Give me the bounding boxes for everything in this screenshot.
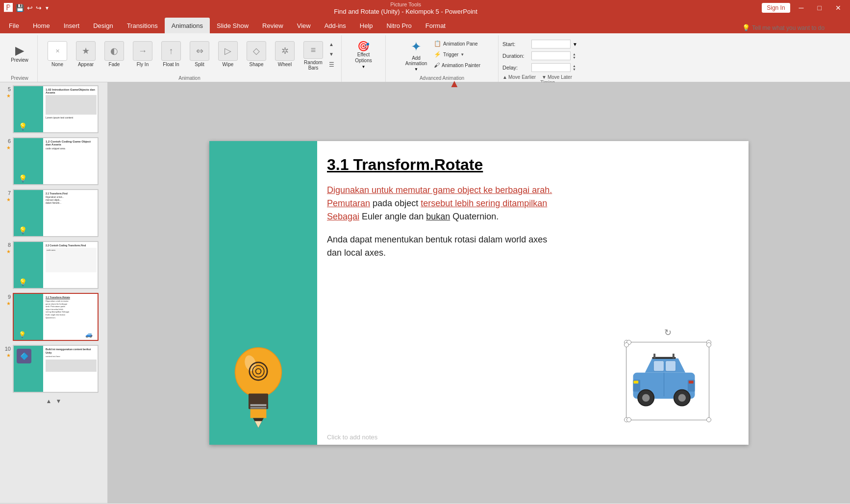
slide-7-content: 2.1 Transform.Find Digunakan untuk... me… <box>14 190 98 236</box>
anim-fly-in[interactable]: → Fly In <box>129 39 156 72</box>
slide-thumb-6[interactable]: 1.2 Contoh Coding Game Object dan Assets… <box>13 137 99 185</box>
para1-text6: Euler angle dan <box>362 212 426 221</box>
tab-nitro[interactable]: Nitro Pro <box>380 18 419 33</box>
delay-down[interactable]: ▼ <box>573 68 576 71</box>
anim-none[interactable]: ✕ None <box>44 39 71 72</box>
slide-thumb-5[interactable]: 1.02 Introduction GameObjects dan Assets… <box>13 85 99 133</box>
scroll-down-btn[interactable]: ▼ <box>328 51 335 57</box>
reorder-earlier-btn[interactable]: ▲ Move Earlier <box>502 74 536 80</box>
duration-down[interactable]: ▼ <box>573 56 576 59</box>
delay-up[interactable]: ▲ <box>573 64 576 68</box>
slide-item-8[interactable]: 8 ★ 2.2 Contoh Coding Transform.Find cod… <box>2 240 105 290</box>
trigger-arrow: ▼ <box>460 52 464 57</box>
animation-pane-button[interactable]: 📋 Animation Pane <box>432 39 482 48</box>
duration-up[interactable]: ▲ <box>573 52 576 56</box>
tell-me-input[interactable] <box>752 24 850 31</box>
slide-thumb-9[interactable]: 3.1 Transform.Rotate Digunakan untuk mem… <box>13 293 99 341</box>
duration-row: Duration: ▲ ▼ <box>502 51 593 61</box>
quick-access-more[interactable]: ▼ <box>45 5 50 11</box>
preview-icon: ▶ <box>15 45 24 56</box>
ribbon: ▶ Preview Preview ✕ None ★ Appear <box>0 33 850 82</box>
anim-appear[interactable]: ★ Appear <box>72 39 100 72</box>
handle-ml[interactable] <box>624 342 629 347</box>
tab-help[interactable]: Help <box>353 18 380 33</box>
delay-label: Delay: <box>502 65 529 71</box>
tab-transitions[interactable]: Transitions <box>120 18 165 33</box>
add-animation-icon: ✦ <box>411 39 422 54</box>
handle-mr[interactable] <box>706 342 711 347</box>
anim-random-bars[interactable]: ≡ Random Bars <box>300 39 327 72</box>
tab-view[interactable]: View <box>290 18 318 33</box>
tab-slideshow[interactable]: Slide Show <box>210 18 255 33</box>
animation-scroll: ▲ ▼ ☰ <box>328 37 335 71</box>
anim-split[interactable]: ⇔ Split <box>186 39 213 72</box>
animation-group-label: Animation <box>178 75 200 82</box>
advanced-items: ✦ AddAnimation ▼ 📋 Animation Pane ⚡ Trig… <box>401 35 482 75</box>
maximize-btn[interactable]: □ <box>813 3 826 13</box>
anim-fade[interactable]: ◐ Fade <box>100 39 128 72</box>
slide-item-9[interactable]: 9 ★ 3.1 Transform.Rotate Digunakan untuk… <box>2 292 105 342</box>
svg-point-0 <box>235 347 282 396</box>
rotate-handle[interactable]: ↻ <box>664 327 672 338</box>
anim-float-in[interactable]: ↑ Float In <box>157 39 185 72</box>
click-to-add-notes[interactable]: Click to add notes <box>327 433 377 441</box>
minimize-btn[interactable]: ─ <box>794 3 809 13</box>
tab-animations[interactable]: Animations <box>165 18 210 33</box>
para2-text2: dan local axes. <box>327 248 386 258</box>
car-container[interactable]: ↻ <box>626 342 709 420</box>
tab-home[interactable]: Home <box>26 18 57 33</box>
tab-design[interactable]: Design <box>86 18 120 33</box>
scroll-up-btn[interactable]: ▲ <box>328 41 335 48</box>
slide-item-7[interactable]: 7 ★ 2.1 Transform.Find Digunakan untuk..… <box>2 188 105 238</box>
redo-btn[interactable]: ↪ <box>36 4 42 12</box>
tab-addins[interactable]: Add-ins <box>318 18 353 33</box>
slide-canvas[interactable]: 3.1 Transform.Rotate Digunakan untuk mem… <box>209 141 749 445</box>
slide-item-10[interactable]: 10 ★ 🔷 Build ini menggunakan content ber… <box>2 344 105 394</box>
preview-button[interactable]: ▶ Preview <box>6 37 33 71</box>
start-arrow[interactable]: ▼ <box>573 42 577 47</box>
slide-star-7: ★ <box>6 197 11 202</box>
move-later-icon: ▼ <box>542 74 547 80</box>
slide-body-para2: Anda dapat menentukan bentuk rotasi dala… <box>327 233 739 260</box>
undo-btn[interactable]: ↩ <box>27 4 33 12</box>
svg-rect-5 <box>249 393 268 409</box>
delay-input[interactable] <box>531 63 571 72</box>
anim-wipe[interactable]: ▷ Wipe <box>214 39 242 72</box>
tab-file[interactable]: File <box>2 18 26 33</box>
anim-wheel[interactable]: ✲ Wheel <box>271 39 299 72</box>
slide-thumb-10[interactable]: 🔷 Build ini menggunakan content berikut … <box>13 345 99 393</box>
slide-thumb-8[interactable]: 2.2 Contoh Coding Transform.Find code ar… <box>13 241 99 289</box>
panel-scroll-up[interactable]: ▲ <box>46 398 52 405</box>
slide-item-6[interactable]: 6 ★ 1.2 Contoh Coding Game Object dan As… <box>2 136 105 186</box>
slide-thumb-7[interactable]: 2.1 Transform.Find Digunakan untuk... me… <box>13 189 99 237</box>
para2-text1: Anda dapat menentukan bentuk rotasi dala… <box>327 235 547 244</box>
lightbulb-svg <box>219 332 298 430</box>
panel-scroll-down[interactable]: ▼ <box>56 398 62 405</box>
close-btn[interactable]: ✕ <box>830 3 846 13</box>
ribbon-group-preview: ▶ Preview Preview <box>2 35 38 82</box>
handle-br[interactable] <box>706 417 711 422</box>
slide-num-8: 8 ★ <box>3 241 11 254</box>
handle-bm[interactable] <box>626 417 631 422</box>
trigger-button[interactable]: ⚡ Trigger ▼ <box>432 49 482 59</box>
tab-insert[interactable]: Insert <box>57 18 87 33</box>
move-earlier-icon: ▲ <box>502 74 507 80</box>
add-animation-button[interactable]: ✦ AddAnimation ▼ <box>401 37 431 71</box>
effect-options-button[interactable]: 🎯 EffectOptions ▼ <box>347 39 381 71</box>
tab-review[interactable]: Review <box>255 18 290 33</box>
start-input[interactable] <box>531 40 571 48</box>
svg-rect-10 <box>250 404 267 406</box>
sign-in-button[interactable]: Sign In <box>762 3 790 13</box>
anim-fade-label: Fade <box>109 62 120 67</box>
reorder-later-btn[interactable]: ▼ Move Later <box>542 74 572 80</box>
trigger-label: Trigger <box>443 52 458 57</box>
anim-shape[interactable]: ◇ Shape <box>243 39 270 72</box>
duration-input[interactable] <box>531 51 571 60</box>
animation-painter-button[interactable]: 🖌 Animation Painter <box>432 60 482 70</box>
slide-num-7: 7 ★ <box>3 189 11 202</box>
save-btn[interactable]: 💾 <box>16 4 24 12</box>
duration-arrows: ▲ ▼ <box>573 52 576 59</box>
scroll-more-btn[interactable]: ☰ <box>328 61 335 69</box>
tab-format[interactable]: Format <box>419 18 452 33</box>
slide-item-5[interactable]: 5 ★ 1.02 Introduction GameObjects dan As… <box>2 84 105 134</box>
